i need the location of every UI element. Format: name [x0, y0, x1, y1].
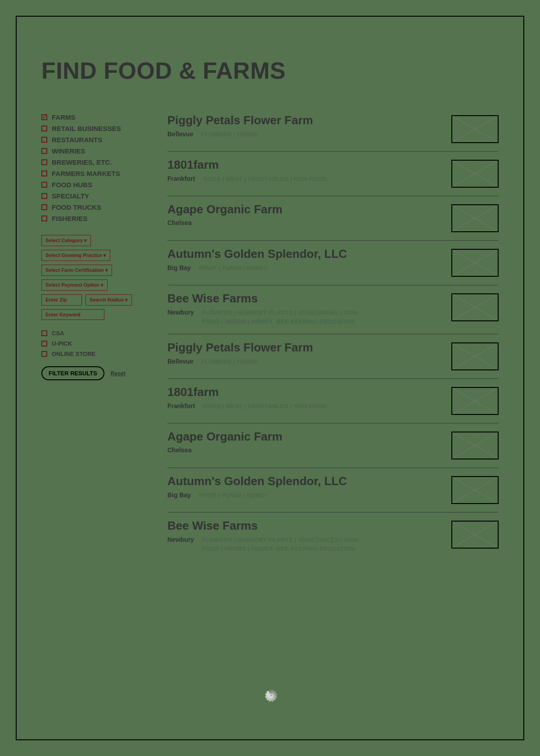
result-location: Newbury: [167, 536, 194, 543]
result-location: Bellevue: [167, 358, 194, 365]
result-title[interactable]: Autumn's Golden Splendor, LLC: [167, 474, 442, 488]
category-item[interactable]: WINERIES: [41, 147, 149, 155]
result-meta: BellevueFLOWERS | HERBS: [167, 357, 442, 366]
result-title[interactable]: Piggly Petals Flower Farm: [167, 341, 442, 355]
checkbox-icon[interactable]: [41, 341, 47, 346]
checkbox-icon[interactable]: [41, 351, 47, 357]
category-item[interactable]: FARMERS MARKETS: [41, 170, 149, 177]
result-thumbnail-placeholder: [451, 476, 499, 504]
result-main: Autumn's Golden Splendor, LLCBig BayFRUI…: [167, 474, 442, 500]
result-row[interactable]: Agape Organic FarmChelsea: [167, 423, 499, 468]
category-item[interactable]: FISHERIES: [41, 215, 149, 222]
result-tags: FLOWERS | HERBS: [202, 130, 258, 139]
result-title[interactable]: Bee Wise Farms: [167, 519, 442, 533]
result-tags: FLOWERS | NURSERY PLANTS | VEGETABLES | …: [202, 308, 373, 326]
toggle-label: CSA: [52, 330, 64, 337]
category-label: FOOD TRUCKS: [52, 203, 101, 211]
result-meta: NewburyFLOWERS | NURSERY PLANTS | VEGETA…: [167, 536, 442, 553]
result-thumbnail-placeholder: [451, 432, 499, 459]
checkbox-icon[interactable]: [41, 159, 47, 165]
result-main: Agape Organic FarmChelsea: [167, 202, 442, 226]
result-location: Frankfort: [167, 175, 195, 182]
category-item[interactable]: FARMS: [41, 113, 149, 121]
result-row[interactable]: Piggly Petals Flower FarmBellevueFLOWERS…: [167, 113, 499, 152]
result-location: Chelsea: [167, 219, 192, 226]
payment-option-select[interactable]: Select Payment Option ▾: [41, 279, 108, 291]
result-row[interactable]: Agape Organic FarmChelsea: [167, 196, 499, 241]
radius-select[interactable]: Search Radius ▾: [86, 294, 132, 306]
category-item[interactable]: BREWERIES, ETC.: [41, 158, 149, 166]
result-title[interactable]: Piggly Petals Flower Farm: [167, 113, 442, 127]
checkbox-icon[interactable]: [41, 193, 47, 199]
result-row[interactable]: 1801farmFrankfortEGGS | MEAT | VEGETABLE…: [167, 379, 499, 423]
result-thumbnail-placeholder: [451, 521, 499, 549]
result-row[interactable]: Bee Wise FarmsNewburyFLOWERS | NURSERY P…: [167, 513, 499, 561]
result-title[interactable]: 1801farm: [167, 158, 442, 172]
result-main: Bee Wise FarmsNewburyFLOWERS | NURSERY P…: [167, 519, 442, 553]
growing-practice-select[interactable]: Select Growing Practice ▾: [41, 250, 110, 261]
checkbox-icon[interactable]: [41, 148, 47, 154]
category-label: FARMERS MARKETS: [52, 170, 120, 177]
certification-select[interactable]: Select Farm Certification ▾: [41, 265, 112, 276]
toggle-item[interactable]: ONLINE STORE: [41, 351, 149, 357]
filter-results-button[interactable]: FILTER RESULTS: [41, 366, 104, 380]
checkbox-icon[interactable]: [41, 216, 47, 221]
result-thumbnail-placeholder: [451, 204, 499, 232]
keyword-input[interactable]: Enter Keyword: [41, 309, 104, 320]
result-meta: BellevueFLOWERS | HERBS: [167, 130, 442, 139]
result-thumbnail-placeholder: [451, 387, 499, 415]
result-thumbnail-placeholder: [451, 293, 499, 321]
checkbox-icon[interactable]: [41, 204, 47, 210]
result-title[interactable]: Agape Organic Farm: [167, 430, 442, 444]
result-location: Frankfort: [167, 402, 195, 410]
toggle-list: CSAU-PICKONLINE STORE: [41, 330, 149, 357]
zip-input[interactable]: Enter Zip: [41, 294, 82, 306]
result-row[interactable]: Autumn's Golden Splendor, LLCBig BayFRUI…: [167, 468, 499, 513]
toggle-item[interactable]: CSA: [41, 330, 149, 337]
checkbox-icon[interactable]: [41, 126, 47, 131]
result-meta: FrankfortEGGS | MEAT | VEGETABLES | NON-…: [167, 175, 442, 184]
result-main: 1801farmFrankfortEGGS | MEAT | VEGETABLE…: [167, 385, 442, 411]
category-label: FISHERIES: [52, 215, 87, 222]
checkbox-icon[interactable]: [41, 330, 47, 336]
result-main: Piggly Petals Flower FarmBellevueFLOWERS…: [167, 113, 442, 139]
results-list: Piggly Petals Flower FarmBellevueFLOWERS…: [167, 113, 499, 561]
result-tags: FRUIT | FUNGI | HONEY: [199, 491, 268, 500]
category-label: WINERIES: [52, 147, 85, 155]
result-row[interactable]: Piggly Petals Flower FarmBellevueFLOWERS…: [167, 334, 499, 379]
result-row[interactable]: Bee Wise FarmsNewburyFLOWERS | NURSERY P…: [167, 285, 499, 334]
result-meta: NewburyFLOWERS | NURSERY PLANTS | VEGETA…: [167, 308, 442, 326]
result-title[interactable]: Autumn's Golden Splendor, LLC: [167, 247, 442, 261]
result-main: 1801farmFrankfortEGGS | MEAT | VEGETABLE…: [167, 158, 442, 184]
category-item[interactable]: SPECIALTY: [41, 192, 149, 200]
category-label: BREWERIES, ETC.: [52, 158, 112, 166]
result-thumbnail-placeholder: [451, 115, 499, 143]
result-title[interactable]: 1801farm: [167, 385, 442, 399]
result-title[interactable]: Bee Wise Farms: [167, 292, 442, 306]
toggle-item[interactable]: U-PICK: [41, 340, 149, 347]
result-row[interactable]: Autumn's Golden Splendor, LLCBig BayFRUI…: [167, 241, 499, 285]
result-tags: EGGS | MEAT | VEGETABLES | NON-FOOD: [203, 175, 326, 184]
category-label: RESTAURANTS: [52, 136, 102, 144]
category-item[interactable]: FOOD HUBS: [41, 181, 149, 189]
toggle-label: U-PICK: [52, 340, 72, 347]
reset-link[interactable]: Reset: [111, 370, 126, 377]
category-label: FARMS: [52, 113, 76, 121]
category-item[interactable]: RETAIL BUSINESSES: [41, 125, 149, 132]
result-row[interactable]: 1801farmFrankfortEGGS | MEAT | VEGETABLE…: [167, 152, 499, 196]
result-thumbnail-placeholder: [451, 249, 499, 277]
category-select[interactable]: Select Category ▾: [41, 235, 91, 246]
result-thumbnail-placeholder: [451, 342, 499, 370]
result-main: Piggly Petals Flower FarmBellevueFLOWERS…: [167, 341, 442, 366]
filter-group: Select Category ▾ Select Growing Practic…: [41, 235, 149, 324]
category-item[interactable]: FOOD TRUCKS: [41, 203, 149, 211]
checkbox-icon[interactable]: [41, 114, 47, 120]
toggle-label: ONLINE STORE: [52, 351, 95, 357]
result-thumbnail-placeholder: [451, 160, 499, 188]
checkbox-icon[interactable]: [41, 182, 47, 188]
checkbox-icon[interactable]: [41, 171, 47, 176]
category-item[interactable]: RESTAURANTS: [41, 136, 149, 144]
result-title[interactable]: Agape Organic Farm: [167, 202, 442, 216]
checkbox-icon[interactable]: [41, 137, 47, 143]
category-label: SPECIALTY: [52, 192, 89, 200]
